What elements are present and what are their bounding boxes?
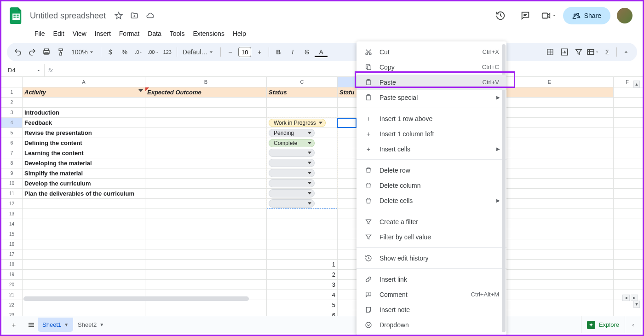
status-chip[interactable] xyxy=(269,159,315,167)
ctx-paste[interactable]: PasteCtrl+V xyxy=(356,75,506,90)
svg-rect-9 xyxy=(367,66,371,70)
menu-view[interactable]: View xyxy=(69,28,90,39)
italic-icon[interactable]: I xyxy=(286,46,299,58)
menu-file[interactable]: File xyxy=(31,28,49,39)
font-select[interactable]: Defaul… xyxy=(180,48,218,56)
row-header[interactable]: 1 xyxy=(1,87,23,97)
bold-icon[interactable]: B xyxy=(272,46,285,58)
sheet-menu-icon[interactable]: ▼ xyxy=(99,322,104,327)
ctx-dropdown[interactable]: Dropdown xyxy=(356,317,506,332)
fx-icon: fx xyxy=(45,67,57,74)
scroll-up-icon[interactable]: ▲ xyxy=(633,81,640,88)
spreadsheet-grid[interactable]: A B C D E F 1 Activity Expected Outcome … xyxy=(1,77,643,320)
status-chip[interactable] xyxy=(269,149,315,157)
col-header-A[interactable]: A xyxy=(23,77,145,87)
menu-edit[interactable]: Edit xyxy=(50,28,68,39)
status-chip[interactable] xyxy=(269,179,315,187)
ctx-comment[interactable]: CommentCtrl+Alt+M xyxy=(356,287,506,302)
font-size-input[interactable] xyxy=(238,47,251,57)
move-icon[interactable] xyxy=(129,10,140,21)
status-chip[interactable] xyxy=(269,199,315,208)
col-header-B[interactable]: B xyxy=(145,77,267,87)
name-box[interactable]: D4 xyxy=(5,64,45,76)
status-chip[interactable]: Work in Progress xyxy=(269,119,326,127)
sheet-tab-2[interactable]: Sheet2▼ xyxy=(73,318,109,332)
menu-insert[interactable]: Insert xyxy=(91,28,115,39)
scroll-right-icon[interactable]: ► xyxy=(631,295,638,301)
status-chip[interactable] xyxy=(269,189,315,197)
toolbar-expand-icon[interactable] xyxy=(620,46,632,58)
decimal-increase-icon[interactable]: .00→ xyxy=(147,46,160,58)
doc-title[interactable]: Untitled spreadsheet xyxy=(27,10,109,22)
undo-icon[interactable] xyxy=(12,46,24,58)
text-color-icon[interactable]: A xyxy=(315,46,328,58)
ctx-insert-note[interactable]: Insert note xyxy=(356,302,506,317)
ctx-insert-col[interactable]: +Insert 1 column left xyxy=(356,126,506,141)
history-icon[interactable] xyxy=(491,6,510,25)
status-chip[interactable]: Pending xyxy=(269,129,315,137)
redo-icon[interactable] xyxy=(26,46,39,58)
sheets-logo[interactable] xyxy=(7,6,25,25)
ctx-cut[interactable]: CutCtrl+X xyxy=(356,44,506,59)
menu-format[interactable]: Format xyxy=(115,28,143,39)
decimal-decrease-icon[interactable]: .0← xyxy=(132,46,145,58)
sheet-tab-1[interactable]: Sheet1▼ xyxy=(38,318,73,332)
ctx-edit-history[interactable]: Show edit history xyxy=(356,250,506,266)
font-size-inc-icon[interactable]: + xyxy=(253,46,266,58)
menu-tools[interactable]: Tools xyxy=(166,28,189,39)
cell[interactable]: Status xyxy=(267,87,338,97)
ctx-insert-row[interactable]: +Insert 1 row above xyxy=(356,111,506,126)
cloud-status-icon[interactable] xyxy=(144,10,155,21)
paint-format-icon[interactable] xyxy=(54,46,67,58)
star-icon[interactable] xyxy=(113,10,124,21)
ctx-create-filter[interactable]: Create a filter xyxy=(356,214,506,229)
col-header-C[interactable]: C xyxy=(267,77,338,87)
meet-button[interactable] xyxy=(541,11,557,21)
ctx-delete-col[interactable]: Delete column xyxy=(356,178,506,193)
print-icon[interactable] xyxy=(40,46,53,58)
insert-chart-icon[interactable] xyxy=(558,46,571,58)
filter-dropdown-icon[interactable] xyxy=(138,89,143,92)
cell[interactable] xyxy=(614,87,641,97)
ctx-delete-row[interactable]: Delete row xyxy=(356,162,506,178)
add-sheet-icon[interactable]: + xyxy=(7,319,20,331)
cell-border-icon[interactable] xyxy=(544,46,557,58)
cell[interactable]: Expected Outcome xyxy=(145,87,267,97)
currency-icon[interactable]: $ xyxy=(104,46,117,58)
side-panel-toggle[interactable]: ‹ xyxy=(625,316,641,333)
comments-icon[interactable] xyxy=(516,6,535,25)
ctx-delete-cells[interactable]: Delete cells▶ xyxy=(356,193,506,208)
comment-icon xyxy=(364,290,373,299)
formula-bar[interactable] xyxy=(57,64,643,76)
menu-data[interactable]: Data xyxy=(144,28,165,39)
scroll-left-icon[interactable]: ◄ xyxy=(622,295,630,301)
status-chip[interactable]: Complete xyxy=(269,139,315,147)
scroll-down-icon[interactable]: ▼ xyxy=(633,301,640,308)
all-sheets-icon[interactable] xyxy=(25,319,38,331)
select-all-corner[interactable] xyxy=(1,77,23,87)
ctx-copy[interactable]: CopyCtrl+C xyxy=(356,59,506,75)
ctx-insert-cells[interactable]: +Insert cells▶ xyxy=(356,141,506,156)
menu-extensions[interactable]: Extensions xyxy=(189,28,228,39)
user-avatar[interactable] xyxy=(617,8,632,23)
table-view-icon[interactable] xyxy=(586,46,599,58)
zoom-select[interactable]: 100% xyxy=(69,48,98,56)
strikethrough-icon[interactable]: S xyxy=(300,46,313,58)
trash-icon xyxy=(364,181,373,190)
functions-icon[interactable]: Σ xyxy=(601,46,614,58)
ctx-paste-special[interactable]: Paste special▶ xyxy=(356,90,506,105)
filter-icon[interactable] xyxy=(572,46,585,58)
status-chip[interactable] xyxy=(269,169,315,177)
font-size-dec-icon[interactable]: − xyxy=(224,46,236,58)
horizontal-scrollbar[interactable] xyxy=(23,296,249,301)
percent-icon[interactable]: % xyxy=(118,46,131,58)
sheet-menu-icon[interactable]: ▼ xyxy=(64,322,69,327)
note-indicator-icon[interactable] xyxy=(145,87,149,91)
explore-button[interactable]: ✦Explore xyxy=(581,316,625,333)
ctx-insert-link[interactable]: Insert link xyxy=(356,272,506,287)
format-number-icon[interactable]: 123 xyxy=(161,46,174,58)
ctx-filter-value[interactable]: Filter by cell value xyxy=(356,229,506,244)
cell[interactable]: Activity xyxy=(23,87,145,97)
menu-help[interactable]: Help xyxy=(229,28,250,39)
share-button[interactable]: Share xyxy=(563,7,610,24)
